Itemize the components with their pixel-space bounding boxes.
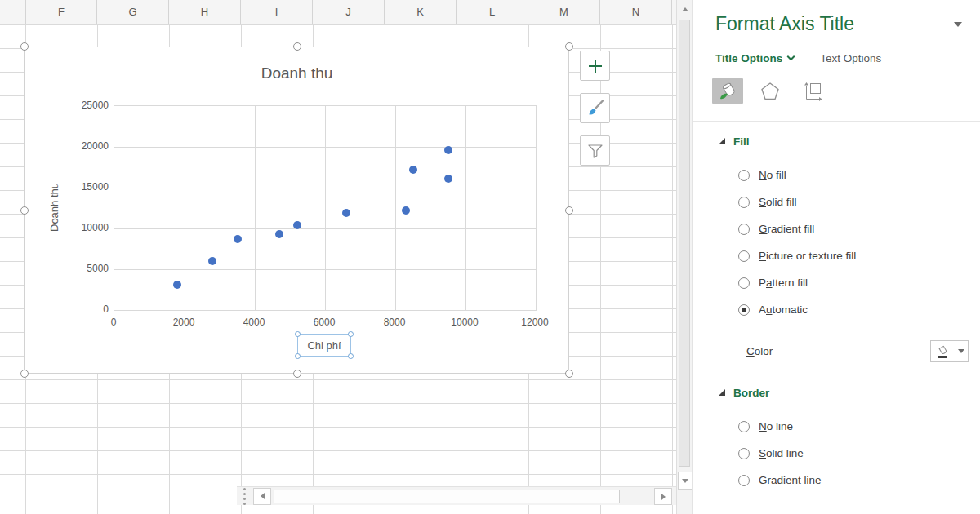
radio-button[interactable] — [738, 197, 750, 208]
plot-area[interactable] — [114, 105, 537, 311]
option-label: No line — [759, 420, 793, 432]
radio-button[interactable] — [738, 277, 750, 289]
radio-button[interactable] — [738, 448, 750, 459]
chart-object[interactable]: Doanh thu Doanh thu 02000400060008000100… — [24, 47, 569, 374]
column-header-k[interactable]: K — [385, 0, 457, 24]
scroll-down-button[interactable] — [678, 472, 693, 490]
chart-styles-button[interactable] — [580, 93, 610, 123]
up-arrow-icon — [682, 7, 688, 11]
size-and-properties-tab[interactable] — [797, 78, 828, 104]
y-tick-label: 15000 — [82, 181, 109, 193]
scroll-right-button[interactable] — [654, 488, 672, 505]
radio-button[interactable] — [738, 421, 750, 432]
scroll-left-button[interactable] — [253, 488, 271, 505]
color-dropdown-arrow[interactable] — [954, 341, 968, 361]
down-arrow-icon — [682, 479, 688, 483]
tab-text-options[interactable]: Text Options — [820, 52, 881, 64]
radio-button[interactable] — [738, 170, 750, 181]
horizontal-scroll-thumb[interactable] — [274, 490, 620, 503]
textbox-handle-bottom-left[interactable] — [295, 353, 301, 359]
vertical-scroll-thumb[interactable] — [679, 20, 690, 467]
option-gradient-fill[interactable]: Gradient fill — [738, 215, 980, 242]
column-header-m[interactable]: M — [528, 0, 600, 24]
v-gridline — [395, 106, 396, 310]
vertical-scrollbar[interactable] — [676, 0, 692, 514]
chart-filters-button[interactable] — [580, 135, 610, 166]
option-automatic[interactable]: Automatic — [738, 296, 980, 323]
option-no-line[interactable]: No line — [738, 413, 980, 440]
scatter-point[interactable] — [234, 235, 242, 243]
option-no-fill[interactable]: No fill — [738, 162, 980, 188]
chart-resize-handle-top-left[interactable] — [20, 42, 29, 51]
y-tick-label: 25000 — [82, 100, 109, 111]
textbox-handle-top-right[interactable] — [348, 331, 354, 337]
v-gridline — [255, 106, 256, 310]
left-arrow-icon — [261, 493, 265, 499]
radio-button[interactable] — [738, 304, 750, 316]
x-tick-label: 2000 — [173, 317, 195, 328]
column-header-i[interactable]: I — [241, 0, 313, 24]
option-label: Gradient fill — [759, 223, 814, 235]
option-label: Picture or texture fill — [759, 250, 856, 262]
chevron-down-icon — [958, 349, 964, 353]
fill-and-line-tab[interactable] — [712, 78, 743, 104]
chart-resize-handle-left[interactable] — [20, 206, 29, 215]
pane-menu-chevron-icon[interactable] — [954, 22, 962, 27]
scatter-point[interactable] — [444, 175, 452, 183]
chart-resize-handle-bottom-right[interactable] — [565, 370, 573, 378]
chart-resize-handle-bottom-left[interactable] — [20, 370, 29, 378]
column-header-j[interactable]: J — [313, 0, 385, 24]
fill-section-label: Fill — [733, 135, 750, 148]
radio-button[interactable] — [738, 250, 750, 262]
y-axis-tick-labels[interactable]: 0500010000150002000025000 — [56, 105, 109, 309]
chart-elements-button[interactable] — [580, 51, 610, 81]
chart-resize-handle-top-right[interactable] — [565, 42, 573, 51]
scroll-up-button[interactable] — [677, 0, 693, 18]
chart-resize-handle-right[interactable] — [565, 206, 573, 215]
column-header-f[interactable]: F — [25, 0, 97, 24]
fill-color-button[interactable] — [930, 340, 969, 362]
chart-title[interactable]: Doanh thu — [25, 64, 568, 82]
fill-section-header[interactable]: Fill — [719, 135, 980, 148]
scatter-point[interactable] — [342, 209, 350, 217]
scatter-point[interactable] — [402, 206, 410, 215]
option-picture-or-texture-fill[interactable]: Picture or texture fill — [738, 242, 980, 269]
effects-tab[interactable] — [755, 78, 786, 104]
scatter-point[interactable] — [444, 146, 452, 154]
color-swatch[interactable] — [931, 341, 954, 361]
collapse-triangle-icon — [719, 138, 725, 144]
option-solid-line[interactable]: Solid line — [738, 440, 980, 467]
scatter-point[interactable] — [173, 281, 181, 289]
textbox-handle-bottom-right[interactable] — [348, 353, 354, 359]
column-header-h[interactable]: H — [169, 0, 241, 24]
chevron-down-icon[interactable] — [787, 53, 795, 61]
scatter-point[interactable] — [275, 230, 283, 238]
worksheet-area[interactable]: F G H I J K L M N Doanh thu Doanh thu 02… — [0, 0, 676, 514]
option-pattern-fill[interactable]: Pattern fill — [738, 269, 980, 296]
tab-title-options[interactable]: Title Options — [715, 52, 782, 64]
chart-resize-handle-top[interactable] — [293, 42, 301, 51]
column-headers: F G H I J K L M N — [0, 0, 676, 24]
y-tick-label: 5000 — [87, 263, 109, 274]
x-tick-label: 6000 — [314, 317, 336, 328]
scatter-point[interactable] — [409, 166, 417, 174]
option-label: Gradient line — [759, 474, 822, 486]
x-axis-tick-labels[interactable]: 020004000600080001000012000 — [114, 317, 535, 330]
option-label: Solid fill — [759, 196, 797, 208]
option-gradient-line[interactable]: Gradient line — [738, 467, 980, 494]
scatter-point[interactable] — [208, 257, 216, 265]
column-header-l[interactable]: L — [457, 0, 528, 24]
scatter-point[interactable] — [293, 221, 301, 229]
column-header-n[interactable]: N — [600, 0, 672, 24]
chart-resize-handle-bottom[interactable] — [293, 370, 301, 378]
scrollbar-splitter[interactable] — [243, 488, 246, 505]
x-axis-title-box[interactable]: Chi phí — [297, 334, 351, 357]
column-header-g[interactable]: G — [97, 0, 169, 24]
textbox-handle-top-left[interactable] — [295, 331, 301, 337]
option-solid-fill[interactable]: Solid fill — [738, 188, 980, 215]
horizontal-scrollbar[interactable] — [237, 486, 676, 505]
radio-button[interactable] — [738, 475, 750, 486]
border-section-header[interactable]: Border — [719, 386, 980, 399]
option-label: Automatic — [759, 304, 808, 316]
radio-button[interactable] — [738, 224, 750, 235]
